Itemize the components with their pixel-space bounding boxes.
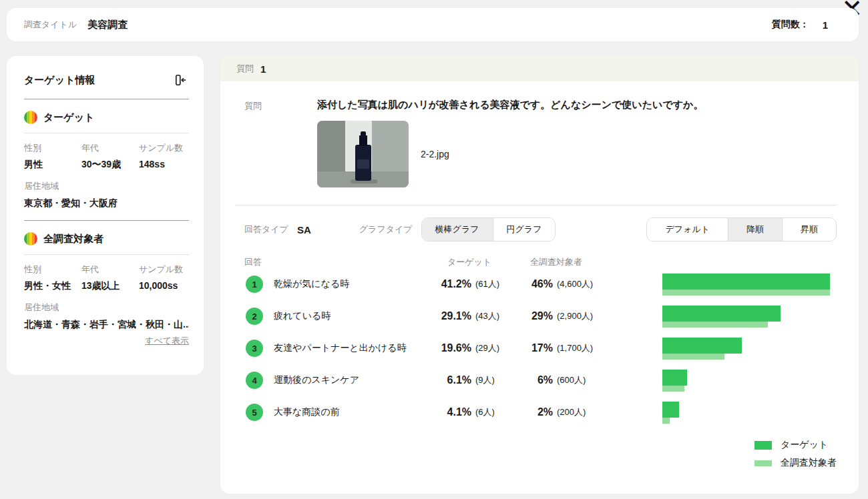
question-count-value: 1: [823, 19, 828, 31]
graph-type-switcher: 横棒グラフ 円グラフ: [421, 217, 556, 241]
question-result-panel: 質問 1 質問 添付した写真は肌のハリが改善される美容液です。どんなシーンで使い…: [220, 56, 859, 494]
target-column-header: ターゲット: [430, 256, 509, 268]
target-count: (61人): [471, 278, 509, 290]
target-color-scale-icon: [24, 111, 37, 124]
answer-rank-badge: 1: [246, 276, 263, 293]
all-bar: [662, 354, 724, 360]
tab-bar-graph[interactable]: 横棒グラフ: [422, 218, 493, 241]
sample-size-value: 10,000ss: [139, 280, 189, 292]
bar-group: [662, 338, 830, 360]
target-count: (6人): [471, 406, 509, 418]
survey-header: 調査タイトル 美容調査 質問数： 1: [7, 8, 859, 41]
all-column-header: 全調査対象者: [509, 256, 604, 268]
target-bar: [662, 338, 742, 354]
all-percent: 46%: [509, 278, 553, 290]
all-percent: 6%: [509, 374, 553, 386]
tab-sort-default[interactable]: デフォルト: [647, 218, 728, 241]
target-percent: 19.6%: [430, 342, 471, 354]
target-section-header: ターゲット: [24, 111, 189, 124]
chart-legend: ターゲット 全調査対象者: [754, 439, 837, 469]
target-info-panel: ターゲット情報 ターゲット 性別 年代 サンプル数 男性 30〜39歳 148s…: [7, 56, 204, 375]
gender-value: 男性・女性: [24, 280, 81, 292]
question-label: 質問: [235, 99, 317, 187]
all-count: (2,900人): [553, 310, 604, 322]
sample-size-label: サンプル数: [139, 142, 189, 154]
question-image-thumbnail[interactable]: [317, 121, 409, 187]
answer-label: 疲れている時: [274, 310, 331, 322]
age-label: 年代: [81, 142, 139, 154]
table-row: 4 運動後のスキンケア 6.1% (9人) 6% (600人): [235, 364, 837, 396]
sample-size-label: サンプル数: [139, 264, 189, 276]
gender-value: 男性: [24, 159, 81, 171]
answer-column-header: 回答: [235, 256, 430, 268]
bar-group: [662, 306, 830, 328]
table-row: 5 大事な商談の前 4.1% (6人) 2% (200人): [235, 396, 837, 428]
survey-title-label: 調査タイトル: [24, 19, 77, 31]
target-section-title: ターゲット: [43, 111, 94, 124]
age-value: 13歳以上: [81, 280, 139, 292]
target-legend-swatch: [754, 441, 772, 450]
region-value: 北海道・青森・岩手・宮城・秋田・山...: [24, 319, 189, 331]
question-text: 添付した写真は肌のハリが改善される美容液です。どんなシーンで使いたいですか。: [317, 99, 703, 111]
legend-item-target: ターゲット: [754, 439, 828, 451]
answer-label: 運動後のスキンケア: [274, 374, 359, 386]
tab-sort-ascending[interactable]: 昇順: [782, 218, 836, 241]
answer-label: 乾燥が気になる時: [274, 278, 349, 290]
all-percent: 17%: [509, 342, 553, 354]
all-count: (4,600人): [553, 278, 604, 290]
answers-table-header: 回答 ターゲット 全調査対象者: [235, 256, 837, 268]
target-count: (29人): [471, 342, 509, 354]
age-label: 年代: [81, 264, 139, 276]
target-percent: 6.1%: [430, 374, 471, 386]
answer-rank-badge: 3: [246, 340, 263, 357]
all-legend-label: 全調査対象者: [781, 457, 837, 469]
tab-sort-descending[interactable]: 降順: [728, 218, 782, 241]
target-count: (9人): [471, 374, 509, 386]
question-band-label: 質問: [236, 63, 254, 75]
gender-label: 性別: [24, 142, 81, 154]
target-bar: [662, 370, 687, 386]
target-info-title: ターゲット情報: [24, 74, 95, 87]
region-label: 居住地域: [24, 180, 189, 192]
all-count: (200人): [553, 406, 604, 418]
question-count: 質問数： 1: [772, 19, 828, 31]
all-bar: [662, 322, 768, 328]
target-bar: [662, 274, 830, 290]
tab-pie-graph[interactable]: 円グラフ: [493, 218, 556, 241]
all-legend-swatch: [754, 460, 772, 466]
answer-rank-badge: 4: [246, 372, 263, 389]
all-bar: [662, 418, 670, 424]
target-percent: 41.2%: [430, 278, 471, 290]
region-label: 居住地域: [24, 302, 189, 314]
bar-group: [662, 370, 830, 392]
all-count: (600人): [553, 374, 604, 386]
target-count: (43人): [471, 310, 509, 322]
sort-switcher: デフォルト 降順 昇順: [646, 217, 837, 241]
question-band: 質問 1: [220, 56, 859, 81]
all-percent: 2%: [509, 406, 553, 418]
question-band-number: 1: [260, 63, 266, 75]
question-count-label: 質問数：: [772, 19, 809, 31]
table-row: 1 乾燥が気になる時 41.2% (61人) 46% (4,600人): [235, 268, 837, 300]
show-all-link[interactable]: すべて表示: [24, 335, 189, 347]
graph-type-label: グラフタイプ: [359, 223, 413, 235]
collapse-panel-icon[interactable]: [173, 72, 189, 88]
sample-size-value: 148ss: [139, 159, 189, 171]
bar-group: [662, 274, 830, 296]
all-respondents-section-title: 全調査対象者: [43, 233, 103, 245]
legend-item-all: 全調査対象者: [754, 457, 837, 469]
table-row: 3 友達やパートナーと出かける時 19.6% (29人) 17% (1,700人…: [235, 332, 837, 364]
target-percent: 29.1%: [430, 310, 471, 322]
gender-label: 性別: [24, 264, 81, 276]
target-bar: [662, 402, 679, 418]
answer-type-label: 回答タイプ: [235, 223, 288, 235]
all-count: (1,700人): [553, 342, 604, 354]
answer-type-value: SA: [297, 224, 311, 235]
age-value: 30〜39歳: [81, 159, 139, 171]
target-bar: [662, 306, 781, 322]
region-value: 東京都・愛知・大阪府: [24, 197, 189, 209]
all-bar: [662, 386, 684, 392]
target-legend-label: ターゲット: [781, 439, 828, 451]
target-percent: 4.1%: [430, 406, 471, 418]
answer-rank-badge: 5: [246, 404, 263, 421]
